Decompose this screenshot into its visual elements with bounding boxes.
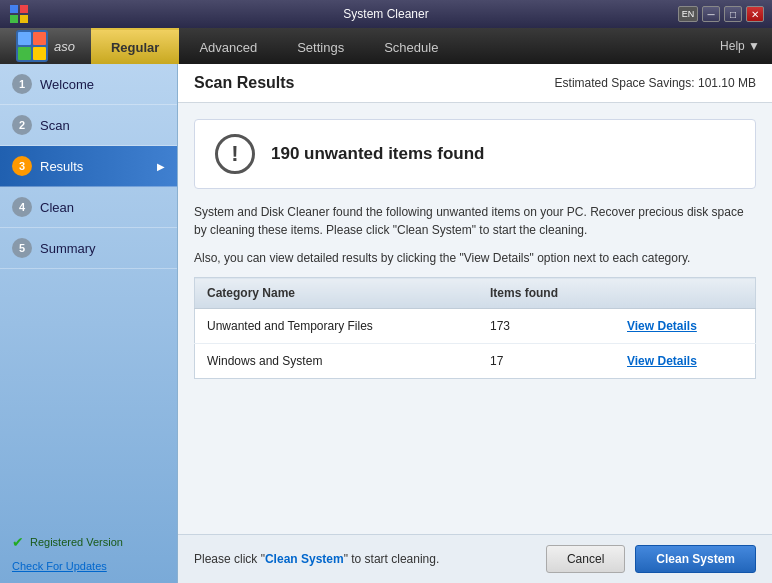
sidebar: 1 Welcome 2 Scan 3 Results ▶ 4 Clean 5 S… [0, 64, 178, 583]
col-category: Category Name [195, 278, 479, 309]
registered-badge: ✔ Registered Version [12, 534, 165, 550]
sidebar-label-summary: Summary [40, 241, 96, 256]
svg-rect-2 [10, 15, 18, 23]
flag-button[interactable]: EN [678, 6, 698, 22]
sidebar-item-scan[interactable]: 2 Scan [0, 105, 177, 146]
registered-label: Registered Version [30, 536, 123, 548]
logo-icon [16, 30, 48, 62]
result-count: 190 unwanted items found [271, 144, 484, 164]
row2-link-cell: View Details [615, 344, 756, 379]
windows-icon [8, 3, 30, 25]
footer-link-text: Clean System [265, 552, 344, 566]
main-layout: 1 Welcome 2 Scan 3 Results ▶ 4 Clean 5 S… [0, 64, 772, 583]
check-updates-link[interactable]: Check For Updates [12, 560, 107, 572]
svg-rect-1 [20, 5, 28, 13]
savings-info: Estimated Space Savings: 101.10 MB [555, 76, 756, 90]
sidebar-num-scan: 2 [12, 115, 32, 135]
svg-rect-6 [33, 32, 46, 45]
sidebar-item-clean[interactable]: 4 Clean [0, 187, 177, 228]
table-row: Unwanted and Temporary Files 173 View De… [195, 309, 756, 344]
tab-settings[interactable]: Settings [277, 28, 364, 64]
cancel-button[interactable]: Cancel [546, 545, 625, 573]
table-header-row: Category Name Items found [195, 278, 756, 309]
nav-tabs: Regular Advanced Settings Schedule [91, 28, 708, 64]
row1-link-cell: View Details [615, 309, 756, 344]
sidebar-num-results: 3 [12, 156, 32, 176]
result-box: ! 190 unwanted items found [194, 119, 756, 189]
view-details-row1[interactable]: View Details [627, 319, 697, 333]
app-logo: aso [0, 28, 91, 64]
check-icon: ✔ [12, 534, 24, 550]
sidebar-num-clean: 4 [12, 197, 32, 217]
maximize-button[interactable]: □ [724, 6, 742, 22]
page-title: Scan Results [194, 74, 294, 92]
close-button[interactable]: ✕ [746, 6, 764, 22]
sidebar-item-results[interactable]: 3 Results ▶ [0, 146, 177, 187]
content-footer: Please click "Clean System" to start cle… [178, 534, 772, 583]
window-title: System Cleaner [343, 7, 428, 21]
minimize-button[interactable]: ─ [702, 6, 720, 22]
sidebar-num-welcome: 1 [12, 74, 32, 94]
content-body: ! 190 unwanted items found System and Di… [178, 103, 772, 534]
tab-regular[interactable]: Regular [91, 28, 179, 64]
row2-count: 17 [478, 344, 615, 379]
sidebar-item-welcome[interactable]: 1 Welcome [0, 64, 177, 105]
nav-bar: aso Regular Advanced Settings Schedule H… [0, 28, 772, 64]
clean-system-button[interactable]: Clean System [635, 545, 756, 573]
description-1: System and Disk Cleaner found the follow… [194, 203, 756, 239]
col-items: Items found [478, 278, 615, 309]
row2-category: Windows and System [195, 344, 479, 379]
col-action [615, 278, 756, 309]
svg-rect-5 [18, 32, 31, 45]
sidebar-label-welcome: Welcome [40, 77, 94, 92]
sidebar-label-scan: Scan [40, 118, 70, 133]
sidebar-label-results: Results [40, 159, 83, 174]
warning-icon: ! [215, 134, 255, 174]
sidebar-num-summary: 5 [12, 238, 32, 258]
view-details-row2[interactable]: View Details [627, 354, 697, 368]
footer-message: Please click "Clean System" to start cle… [194, 552, 536, 566]
help-button[interactable]: Help ▼ [708, 28, 772, 64]
row1-category: Unwanted and Temporary Files [195, 309, 479, 344]
sidebar-label-clean: Clean [40, 200, 74, 215]
app-icon-area [8, 3, 30, 25]
sidebar-footer: ✔ Registered Version Check For Updates [0, 524, 177, 583]
svg-rect-0 [10, 5, 18, 13]
window-controls: EN ─ □ ✕ [678, 6, 764, 22]
sidebar-item-summary[interactable]: 5 Summary [0, 228, 177, 269]
results-table: Category Name Items found Unwanted and T… [194, 277, 756, 379]
logo-text: aso [54, 39, 75, 54]
tab-schedule[interactable]: Schedule [364, 28, 458, 64]
description-2: Also, you can view detailed results by c… [194, 249, 756, 267]
title-bar: System Cleaner EN ─ □ ✕ [0, 0, 772, 28]
svg-rect-8 [33, 47, 46, 60]
svg-rect-3 [20, 15, 28, 23]
sidebar-arrow-results: ▶ [157, 161, 165, 172]
svg-rect-7 [18, 47, 31, 60]
table-row: Windows and System 17 View Details [195, 344, 756, 379]
content-header: Scan Results Estimated Space Savings: 10… [178, 64, 772, 103]
tab-advanced[interactable]: Advanced [179, 28, 277, 64]
row1-count: 173 [478, 309, 615, 344]
content-area: Scan Results Estimated Space Savings: 10… [178, 64, 772, 583]
